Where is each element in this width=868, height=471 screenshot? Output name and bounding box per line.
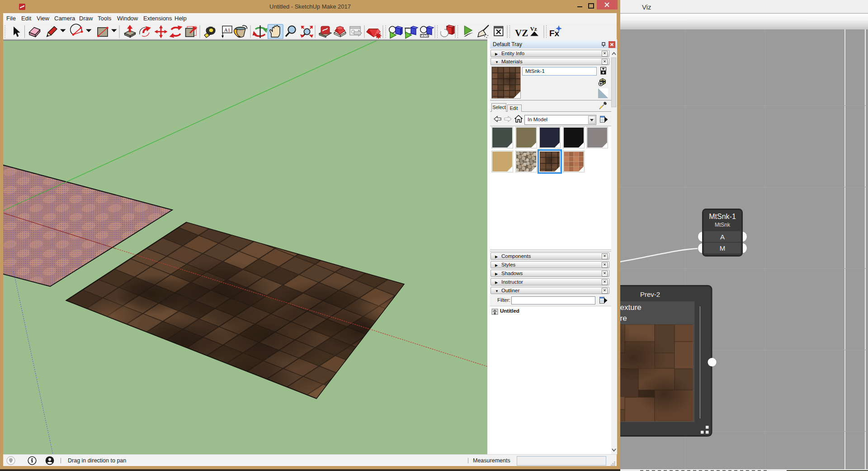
svg-text:MtSnk-1: MtSnk-1 (709, 213, 736, 220)
svg-text:Fx: Fx (549, 29, 560, 38)
svg-text:A: A (720, 233, 725, 241)
svg-text:MtSnk: MtSnk (715, 222, 731, 228)
svg-text:M: M (720, 244, 726, 252)
svg-text:Prev-2: Prev-2 (640, 290, 660, 298)
svg-text:re: re (620, 314, 627, 323)
svg-text:Vz: Vz (530, 25, 537, 32)
svg-text:VZ: VZ (515, 28, 528, 38)
svg-text:exture: exture (620, 303, 642, 312)
svg-text:A1: A1 (224, 27, 230, 33)
